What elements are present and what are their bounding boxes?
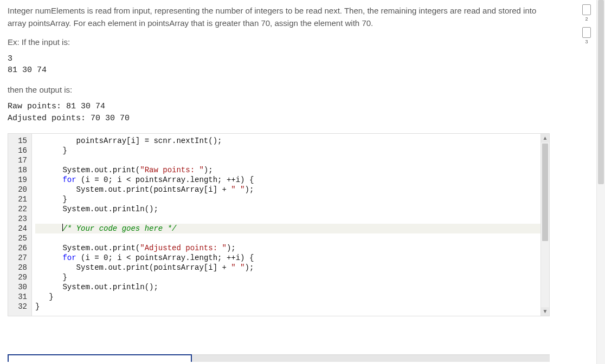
page-thumb-icon bbox=[582, 4, 591, 15]
editor-scrollbar[interactable]: ▲ ▼ bbox=[540, 134, 549, 316]
code-line[interactable]: System.out.println(); bbox=[35, 282, 540, 292]
problem-panel: Integer numElements is read from input, … bbox=[0, 0, 558, 321]
bottom-tab-strip bbox=[8, 354, 550, 362]
code-line[interactable]: System.out.print("Adjusted points: "); bbox=[35, 243, 540, 253]
code-line[interactable]: /* Your code goes here */ bbox=[35, 224, 540, 233]
inactive-tab-area bbox=[192, 354, 550, 362]
page-nav-item[interactable]: 2 bbox=[582, 4, 591, 22]
page-nav: 2 3 bbox=[582, 4, 591, 50]
problem-description: Integer numElements is read from input, … bbox=[8, 4, 551, 30]
example-input-label: Ex: If the input is: bbox=[8, 37, 551, 47]
page-scrollbar[interactable] bbox=[596, 0, 605, 364]
page-nav-label: 2 bbox=[585, 16, 588, 22]
code-line[interactable]: } bbox=[35, 146, 540, 155]
code-line[interactable] bbox=[35, 233, 540, 243]
code-line[interactable]: System.out.print(pointsArray[i] + " "); bbox=[35, 263, 540, 272]
scroll-thumb[interactable] bbox=[542, 144, 548, 241]
page-thumb-icon bbox=[582, 27, 591, 38]
example-input: 3 81 30 74 bbox=[8, 53, 551, 77]
active-tab-indicator[interactable] bbox=[8, 354, 192, 362]
code-line[interactable]: } bbox=[35, 194, 540, 204]
code-line[interactable]: } bbox=[35, 292, 540, 302]
code-line[interactable]: for (i = 0; i < pointsArray.length; ++i)… bbox=[35, 253, 540, 263]
code-line[interactable]: System.out.println(); bbox=[35, 204, 540, 214]
code-line[interactable]: } bbox=[35, 302, 540, 311]
page-nav-label: 3 bbox=[585, 39, 588, 44]
then-output-label: then the output is: bbox=[8, 85, 551, 94]
example-output: Raw points: 81 30 74 Adjusted points: 70… bbox=[8, 101, 551, 125]
code-line[interactable]: System.out.print(pointsArray[i] + " "); bbox=[35, 185, 540, 194]
code-line[interactable]: } bbox=[35, 272, 540, 282]
code-line[interactable] bbox=[35, 214, 540, 224]
line-gutter: 151617181920212223242526272829303132 bbox=[8, 134, 32, 316]
code-line[interactable]: pointsArray[i] = scnr.nextInt(); bbox=[35, 136, 540, 146]
code-line[interactable]: for (i = 0; i < pointsArray.length; ++i)… bbox=[35, 175, 540, 185]
scroll-up-icon[interactable]: ▲ bbox=[541, 134, 549, 142]
code-line[interactable] bbox=[35, 155, 540, 165]
code-editor[interactable]: 151617181920212223242526272829303132 poi… bbox=[8, 133, 550, 316]
page-nav-item[interactable]: 3 bbox=[582, 27, 591, 44]
code-area[interactable]: pointsArray[i] = scnr.nextInt(); } Syste… bbox=[32, 134, 540, 316]
page-scroll-thumb[interactable] bbox=[598, 0, 604, 184]
scroll-down-icon[interactable]: ▼ bbox=[541, 307, 549, 316]
code-line[interactable]: System.out.print("Raw points: "); bbox=[35, 165, 540, 175]
